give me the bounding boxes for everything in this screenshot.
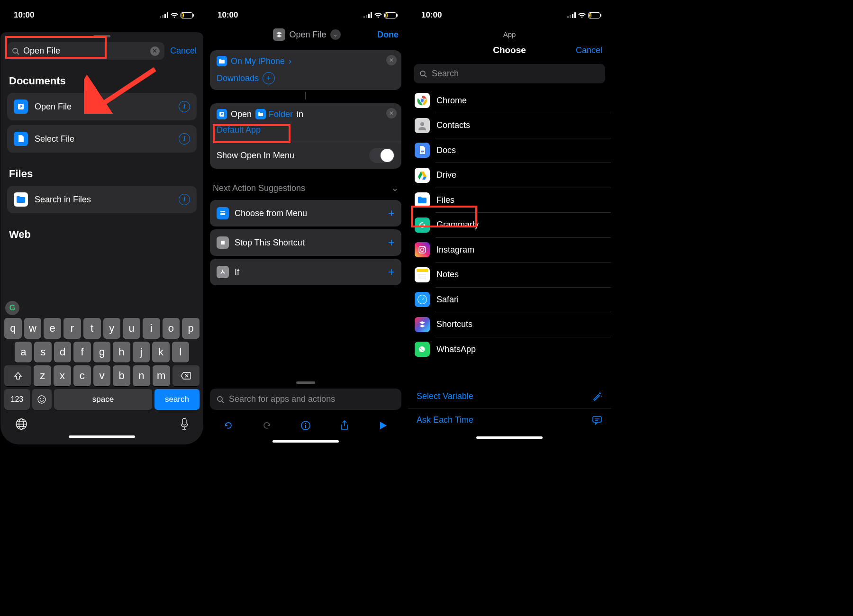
folder-path-sub[interactable]: Downloads [217, 73, 259, 83]
toggle-switch[interactable] [369, 148, 395, 163]
grammarly-icon[interactable]: G [5, 301, 19, 315]
globe-icon[interactable] [15, 417, 28, 431]
keyboard[interactable]: G qwertyuiop asdfghjkl zxcvbnm 123 space… [0, 297, 203, 444]
key-x[interactable]: x [54, 365, 71, 386]
numbers-key[interactable]: 123 [4, 389, 30, 410]
key-v[interactable]: v [93, 365, 111, 386]
space-key[interactable]: space [54, 389, 152, 410]
key-o[interactable]: o [163, 318, 180, 339]
cancel-button[interactable]: Cancel [170, 46, 197, 56]
app-row-drive[interactable]: Drive [408, 163, 611, 188]
play-icon[interactable] [375, 417, 391, 434]
share-icon[interactable] [336, 417, 353, 434]
key-e[interactable]: e [44, 318, 61, 339]
app-row-files[interactable]: Files [408, 188, 611, 212]
add-path-button[interactable]: + [263, 72, 275, 84]
chevron-right-icon: › [289, 56, 291, 66]
key-p[interactable]: p [182, 318, 200, 339]
action-select-file[interactable]: Select File i [7, 125, 197, 153]
key-w[interactable]: w [24, 318, 42, 339]
add-icon[interactable]: + [388, 265, 395, 279]
key-s[interactable]: s [34, 342, 51, 362]
folder-path-root[interactable]: On My iPhone [231, 56, 285, 66]
svg-rect-35 [574, 12, 576, 18]
action-search-in-files[interactable]: Search in Files i [7, 186, 197, 213]
shift-key[interactable] [4, 365, 31, 386]
key-t[interactable]: t [83, 318, 101, 339]
suggestion-choose-from-menu[interactable]: Choose from Menu + [210, 200, 401, 226]
key-g[interactable]: g [93, 342, 110, 362]
backspace-key[interactable] [172, 365, 200, 386]
key-j[interactable]: j [133, 342, 150, 362]
folder-variable[interactable]: Folder [255, 109, 293, 119]
key-b[interactable]: b [113, 365, 130, 386]
files-icon [415, 192, 430, 208]
key-n[interactable]: n [133, 365, 150, 386]
undo-icon[interactable] [220, 417, 236, 434]
svg-rect-1 [162, 15, 163, 18]
search-input[interactable]: Open File ✕ [7, 42, 164, 60]
key-m[interactable]: m [153, 365, 170, 386]
key-d[interactable]: d [54, 342, 71, 362]
default-app-button[interactable]: Default App [217, 125, 261, 135]
app-search-input[interactable]: Search [414, 64, 605, 83]
add-icon[interactable]: + [388, 236, 395, 249]
next-action-suggestions-header[interactable]: Next Action Suggestions ⌄ [204, 173, 407, 197]
app-row-chrome[interactable]: Chrome [408, 88, 611, 113]
info-icon[interactable] [298, 417, 314, 434]
app-row-safari[interactable]: Safari [408, 287, 611, 312]
home-indicator[interactable] [272, 440, 339, 443]
sheet-grabber[interactable] [296, 381, 315, 384]
app-row-docs[interactable]: Docs [408, 138, 611, 163]
app-label: Docs [436, 145, 456, 155]
key-h[interactable]: h [113, 342, 130, 362]
cancel-button[interactable]: Cancel [576, 45, 602, 55]
search-key[interactable]: search [154, 389, 200, 410]
key-l[interactable]: l [172, 342, 189, 362]
key-k[interactable]: k [152, 342, 169, 362]
close-icon[interactable]: ✕ [386, 55, 397, 65]
clear-icon[interactable]: ✕ [150, 46, 160, 56]
home-indicator[interactable] [69, 435, 135, 438]
key-y[interactable]: y [103, 318, 121, 339]
app-row-grammarly[interactable]: Grammarly [408, 213, 611, 237]
chevron-down-icon[interactable]: ⌄ [330, 29, 341, 40]
suggestion-stop-shortcut[interactable]: Stop This Shortcut + [210, 229, 401, 256]
shortcut-glyph-icon[interactable] [273, 28, 285, 41]
close-icon[interactable]: ✕ [386, 108, 397, 118]
mic-icon[interactable] [180, 417, 189, 431]
key-a[interactable]: a [15, 342, 32, 362]
status-bar: 10:00 19 [0, 5, 203, 24]
app-row-instagram[interactable]: Instagram [408, 237, 611, 262]
action-open-file[interactable]: Open File i [7, 93, 197, 120]
info-icon[interactable]: i [179, 133, 190, 145]
file-icon [14, 132, 28, 146]
app-row-whatsapp[interactable]: WhatsApp [408, 337, 611, 362]
app-row-shortcuts[interactable]: Shortcuts [408, 312, 611, 337]
svg-point-48 [424, 247, 425, 248]
svg-rect-18 [363, 16, 365, 18]
suggestion-if[interactable]: If + [210, 259, 401, 285]
info-icon[interactable]: i [179, 101, 190, 112]
ask-each-time-button[interactable]: Ask Each Time [408, 408, 611, 432]
done-button[interactable]: Done [377, 30, 399, 40]
add-icon[interactable]: + [388, 207, 395, 220]
key-f[interactable]: f [73, 342, 91, 362]
key-q[interactable]: q [4, 318, 22, 339]
home-indicator[interactable] [476, 436, 543, 439]
emoji-key[interactable] [32, 389, 52, 410]
info-icon[interactable]: i [179, 194, 190, 205]
key-c[interactable]: c [73, 365, 91, 386]
app-row-contacts[interactable]: Contacts [408, 113, 611, 138]
select-variable-button[interactable]: Select Variable [408, 384, 611, 408]
status-bar: 10:00 19 [408, 5, 611, 24]
key-u[interactable]: u [123, 318, 140, 339]
key-r[interactable]: r [64, 318, 81, 339]
action-label: Open File [35, 102, 72, 112]
svg-rect-49 [417, 269, 428, 272]
key-z[interactable]: z [34, 365, 51, 386]
sheet-grabber[interactable] [93, 35, 110, 37]
app-row-notes[interactable]: Notes [408, 263, 611, 287]
key-i[interactable]: i [143, 318, 160, 339]
action-search-input[interactable]: Search for apps and actions [210, 389, 401, 410]
